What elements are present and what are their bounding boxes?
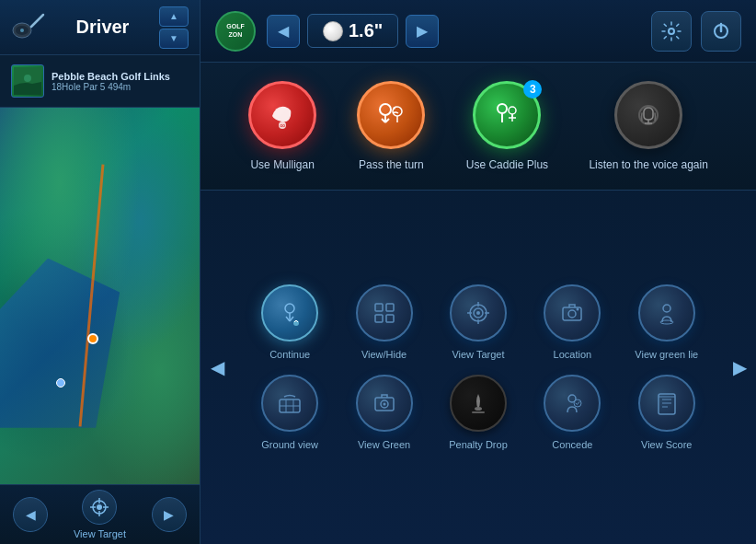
map-bottom-controls: ◀ View Target ▶ xyxy=(0,484,200,544)
golfzon-logo: GOLFZON xyxy=(215,11,256,52)
grid-section: ◀ xyxy=(200,191,756,544)
penalty-drop-circle xyxy=(450,375,507,432)
caddie-badge: 3 xyxy=(523,80,542,98)
svg-point-7 xyxy=(97,504,102,510)
svg-rect-38 xyxy=(386,304,394,311)
top-bar-icons xyxy=(651,11,741,52)
view-target-btn[interactable] xyxy=(82,490,117,525)
ground-view-label: Ground view xyxy=(261,439,318,450)
view-hide-label: View/Hide xyxy=(361,349,407,360)
svg-point-25 xyxy=(509,107,516,114)
settings-btn[interactable] xyxy=(651,11,692,52)
location-label: Location xyxy=(554,349,592,360)
power-btn[interactable] xyxy=(701,11,741,52)
view-green-lie-label: View green lie xyxy=(635,349,698,360)
distance-value: 1.6" xyxy=(349,20,383,41)
logo-text: GOLFZON xyxy=(226,23,244,39)
view-hide-item[interactable]: View/Hide xyxy=(343,284,426,360)
view-green-lie-item[interactable]: View green lie xyxy=(625,284,708,360)
location-item[interactable]: Location xyxy=(531,284,613,360)
grid-content: Continue View/Hide xyxy=(234,284,723,450)
top-bar: GOLFZON ◀ 1.6" ▶ xyxy=(200,0,756,63)
mulligan-item[interactable]: ∞ Use Mulligan xyxy=(248,81,316,171)
view-score-label: View Score xyxy=(641,439,692,450)
dist-prev-arrow[interactable]: ◀ xyxy=(267,15,300,48)
svg-point-43 xyxy=(476,311,480,315)
svg-point-12 xyxy=(669,29,674,34)
course-text: Pebble Beach Golf Links 18Hole Par 5 494… xyxy=(52,71,189,92)
club-arrow-controls: ▲ ▼ xyxy=(159,6,189,49)
svg-line-1 xyxy=(31,15,43,27)
course-details: 18Hole Par 5 494m xyxy=(52,82,189,92)
caddie-plus-label: Use Caddie Plus xyxy=(466,158,548,171)
right-panel: GOLFZON ◀ 1.6" ▶ xyxy=(200,0,756,544)
club-header: Driver ▲ ▼ xyxy=(0,0,200,55)
svg-rect-37 xyxy=(375,304,383,311)
voice-item[interactable]: Listen to the voice again xyxy=(589,81,707,171)
view-hide-circle xyxy=(356,284,413,341)
view-green-label: View Green xyxy=(358,439,410,450)
svg-point-3 xyxy=(20,29,24,32)
course-name: Pebble Beach Golf Links xyxy=(52,71,189,82)
distance-display: 1.6" xyxy=(307,14,398,48)
view-target-wrapper: View Target xyxy=(74,490,126,539)
map-next-btn[interactable]: ▶ xyxy=(152,497,187,532)
view-target-label: View Target xyxy=(74,528,126,539)
concede-circle xyxy=(544,375,601,432)
view-score-item[interactable]: View Score xyxy=(625,375,708,450)
svg-point-49 xyxy=(568,310,576,318)
svg-point-63 xyxy=(574,399,581,407)
club-up-arrow[interactable]: ▲ xyxy=(159,6,189,27)
caddie-plus-item[interactable]: 3 Use Caddie Plus xyxy=(466,81,548,171)
svg-point-17 xyxy=(380,104,391,115)
map-area xyxy=(0,108,200,484)
concede-label: Concede xyxy=(552,439,592,450)
action-section: ∞ Use Mulligan xyxy=(200,63,756,191)
view-target-grid-circle xyxy=(450,284,507,341)
golf-ball-icon xyxy=(323,21,343,41)
club-down-arrow[interactable]: ▼ xyxy=(159,29,189,49)
grid-prev-arrow[interactable]: ◀ xyxy=(200,340,234,395)
view-target-grid-label: View Target xyxy=(452,349,504,360)
svg-point-60 xyxy=(475,407,482,411)
continue-circle xyxy=(261,284,318,341)
dist-next-arrow[interactable]: ▶ xyxy=(406,15,439,48)
svg-point-36 xyxy=(293,320,299,326)
concede-item[interactable]: Concede xyxy=(531,375,613,450)
penalty-drop-item[interactable]: Penalty Drop xyxy=(437,375,520,450)
location-circle xyxy=(544,284,601,341)
course-thumbnail xyxy=(11,64,44,98)
ground-view-item[interactable]: Ground view xyxy=(248,375,331,450)
mulligan-circle: ∞ xyxy=(248,81,316,149)
svg-rect-40 xyxy=(386,315,394,322)
ground-view-circle xyxy=(261,375,318,432)
club-name-label: Driver xyxy=(46,17,159,38)
pass-turn-item[interactable]: Pass the turn xyxy=(357,81,425,171)
grid-row-2: Ground view View Green xyxy=(243,375,714,450)
svg-text:∞: ∞ xyxy=(280,122,285,130)
svg-point-23 xyxy=(498,104,507,113)
grid-row-1: Continue View/Hide xyxy=(243,284,714,360)
map-water xyxy=(0,259,120,428)
view-green-circle xyxy=(356,375,413,432)
grid-next-arrow[interactable]: ▶ xyxy=(723,340,756,395)
svg-point-50 xyxy=(577,308,579,311)
voice-circle xyxy=(614,81,682,149)
view-target-grid-item[interactable]: View Target xyxy=(437,284,520,360)
svg-point-5 xyxy=(24,75,31,82)
penalty-drop-label: Penalty Drop xyxy=(449,439,508,450)
view-green-lie-circle xyxy=(638,284,695,341)
svg-point-59 xyxy=(383,403,385,406)
svg-point-32 xyxy=(285,304,294,313)
mulligan-label: Use Mulligan xyxy=(250,158,314,171)
map-prev-btn[interactable]: ◀ xyxy=(13,497,48,532)
pass-turn-label: Pass the turn xyxy=(359,158,424,171)
view-green-item[interactable]: View Green xyxy=(343,375,426,450)
left-panel: Driver ▲ ▼ Pebble Beach Golf Links 18Hol… xyxy=(0,0,200,544)
pass-turn-circle xyxy=(357,81,425,149)
svg-point-51 xyxy=(663,305,670,312)
distance-control: ◀ 1.6" ▶ xyxy=(267,14,448,48)
svg-rect-39 xyxy=(375,315,383,322)
course-info: Pebble Beach Golf Links 18Hole Par 5 494… xyxy=(0,55,200,108)
continue-item[interactable]: Continue xyxy=(248,284,331,360)
